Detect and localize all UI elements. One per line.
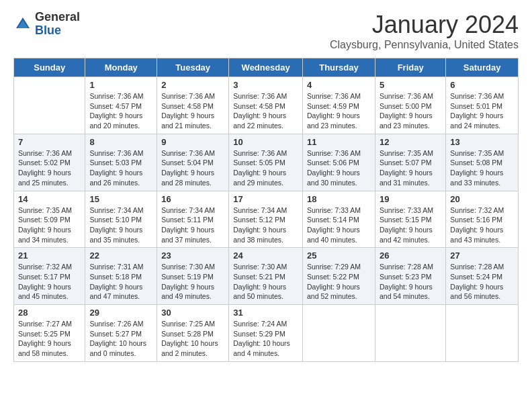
day-number: 11 xyxy=(307,137,371,147)
day-info: Sunrise: 7:35 AMSunset: 5:07 PMDaylight:… xyxy=(380,148,441,188)
calendar-cell: 18Sunrise: 7:33 AMSunset: 5:14 PMDayligh… xyxy=(303,191,375,248)
day-info: Sunrise: 7:30 AMSunset: 5:19 PMDaylight:… xyxy=(161,262,224,302)
calendar-cell: 16Sunrise: 7:34 AMSunset: 5:11 PMDayligh… xyxy=(157,191,229,248)
calendar-cell: 10Sunrise: 7:36 AMSunset: 5:05 PMDayligh… xyxy=(229,134,303,191)
days-header-row: SundayMondayTuesdayWednesdayThursdayFrid… xyxy=(14,58,519,77)
week-row-1: 1Sunrise: 7:36 AMSunset: 4:57 PMDaylight… xyxy=(14,77,519,134)
day-info: Sunrise: 7:34 AMSunset: 5:12 PMDaylight:… xyxy=(233,205,298,245)
calendar-cell xyxy=(14,77,85,134)
calendar-cell: 20Sunrise: 7:32 AMSunset: 5:16 PMDayligh… xyxy=(446,191,519,248)
day-info: Sunrise: 7:35 AMSunset: 5:08 PMDaylight:… xyxy=(450,148,514,188)
day-number: 22 xyxy=(89,250,152,261)
calendar-cell: 6Sunrise: 7:36 AMSunset: 5:01 PMDaylight… xyxy=(446,77,519,134)
day-number: 4 xyxy=(307,80,371,90)
day-info: Sunrise: 7:30 AMSunset: 5:21 PMDaylight:… xyxy=(233,262,298,302)
week-row-4: 21Sunrise: 7:32 AMSunset: 5:17 PMDayligh… xyxy=(14,248,519,305)
day-number: 14 xyxy=(18,194,81,204)
calendar-cell: 5Sunrise: 7:36 AMSunset: 5:00 PMDaylight… xyxy=(375,77,445,134)
day-info: Sunrise: 7:36 AMSunset: 5:05 PMDaylight:… xyxy=(233,148,298,188)
calendar-cell: 22Sunrise: 7:31 AMSunset: 5:18 PMDayligh… xyxy=(85,248,157,305)
logo: General Blue xyxy=(13,11,80,38)
day-number: 9 xyxy=(161,137,224,147)
day-info: Sunrise: 7:36 AMSunset: 4:58 PMDaylight:… xyxy=(161,91,224,131)
day-header-monday: Monday xyxy=(85,58,157,77)
day-number: 7 xyxy=(18,137,81,147)
day-number: 25 xyxy=(307,250,371,261)
day-info: Sunrise: 7:34 AMSunset: 5:11 PMDaylight:… xyxy=(161,205,224,245)
day-info: Sunrise: 7:28 AMSunset: 5:23 PMDaylight:… xyxy=(380,262,441,302)
calendar-cell: 26Sunrise: 7:28 AMSunset: 5:23 PMDayligh… xyxy=(375,248,445,305)
day-info: Sunrise: 7:32 AMSunset: 5:16 PMDaylight:… xyxy=(450,205,514,245)
day-info: Sunrise: 7:25 AMSunset: 5:28 PMDaylight:… xyxy=(161,319,224,359)
day-number: 20 xyxy=(450,194,514,204)
day-number: 10 xyxy=(233,137,298,147)
location-title: Claysburg, Pennsylvania, United States xyxy=(330,39,519,51)
calendar-cell: 12Sunrise: 7:35 AMSunset: 5:07 PMDayligh… xyxy=(375,134,445,191)
calendar-cell: 14Sunrise: 7:35 AMSunset: 5:09 PMDayligh… xyxy=(14,191,85,248)
logo-icon xyxy=(13,15,32,34)
calendar-cell: 2Sunrise: 7:36 AMSunset: 4:58 PMDaylight… xyxy=(157,77,229,134)
day-number: 15 xyxy=(89,194,152,204)
day-number: 31 xyxy=(233,308,298,318)
day-info: Sunrise: 7:35 AMSunset: 5:09 PMDaylight:… xyxy=(18,205,81,245)
day-info: Sunrise: 7:36 AMSunset: 4:59 PMDaylight:… xyxy=(307,91,371,131)
day-number: 8 xyxy=(89,137,152,147)
day-number: 5 xyxy=(380,80,441,90)
calendar-cell: 3Sunrise: 7:36 AMSunset: 4:58 PMDaylight… xyxy=(229,77,303,134)
day-info: Sunrise: 7:36 AMSunset: 5:02 PMDaylight:… xyxy=(18,148,81,188)
day-number: 23 xyxy=(161,250,224,261)
day-header-wednesday: Wednesday xyxy=(229,58,303,77)
calendar-cell: 28Sunrise: 7:27 AMSunset: 5:25 PMDayligh… xyxy=(14,305,85,362)
day-info: Sunrise: 7:36 AMSunset: 4:58 PMDaylight:… xyxy=(233,91,298,131)
logo-blue: Blue xyxy=(35,24,80,38)
calendar-cell: 25Sunrise: 7:29 AMSunset: 5:22 PMDayligh… xyxy=(303,248,375,305)
calendar-cell: 29Sunrise: 7:26 AMSunset: 5:27 PMDayligh… xyxy=(85,305,157,362)
day-number: 18 xyxy=(307,194,371,204)
day-header-thursday: Thursday xyxy=(303,58,375,77)
week-row-3: 14Sunrise: 7:35 AMSunset: 5:09 PMDayligh… xyxy=(14,191,519,248)
week-row-2: 7Sunrise: 7:36 AMSunset: 5:02 PMDaylight… xyxy=(14,134,519,191)
month-title: January 2024 xyxy=(330,11,519,39)
calendar-cell: 19Sunrise: 7:33 AMSunset: 5:15 PMDayligh… xyxy=(375,191,445,248)
day-number: 6 xyxy=(450,80,514,90)
day-number: 3 xyxy=(233,80,298,90)
day-info: Sunrise: 7:36 AMSunset: 5:06 PMDaylight:… xyxy=(307,148,371,188)
day-info: Sunrise: 7:28 AMSunset: 5:24 PMDaylight:… xyxy=(450,262,514,302)
day-info: Sunrise: 7:36 AMSunset: 5:01 PMDaylight:… xyxy=(450,91,514,131)
header: General Blue January 2024 Claysburg, Pen… xyxy=(13,11,519,51)
day-number: 17 xyxy=(233,194,298,204)
calendar-cell: 24Sunrise: 7:30 AMSunset: 5:21 PMDayligh… xyxy=(229,248,303,305)
calendar-cell: 9Sunrise: 7:36 AMSunset: 5:04 PMDaylight… xyxy=(157,134,229,191)
day-number: 30 xyxy=(161,308,224,318)
calendar-cell: 21Sunrise: 7:32 AMSunset: 5:17 PMDayligh… xyxy=(14,248,85,305)
day-number: 1 xyxy=(89,80,152,90)
calendar-cell: 23Sunrise: 7:30 AMSunset: 5:19 PMDayligh… xyxy=(157,248,229,305)
day-info: Sunrise: 7:36 AMSunset: 4:57 PMDaylight:… xyxy=(89,91,152,131)
day-number: 19 xyxy=(380,194,441,204)
calendar-cell xyxy=(375,305,445,362)
day-number: 13 xyxy=(450,137,514,147)
day-header-sunday: Sunday xyxy=(14,58,85,77)
day-number: 24 xyxy=(233,250,298,261)
day-number: 28 xyxy=(18,308,81,318)
day-number: 21 xyxy=(18,250,81,261)
calendar-cell: 15Sunrise: 7:34 AMSunset: 5:10 PMDayligh… xyxy=(85,191,157,248)
day-number: 27 xyxy=(450,250,514,261)
day-info: Sunrise: 7:32 AMSunset: 5:17 PMDaylight:… xyxy=(18,262,81,302)
calendar-cell xyxy=(303,305,375,362)
day-number: 12 xyxy=(380,137,441,147)
day-info: Sunrise: 7:36 AMSunset: 5:03 PMDaylight:… xyxy=(89,148,152,188)
logo-general: General xyxy=(35,11,80,24)
calendar-cell: 30Sunrise: 7:25 AMSunset: 5:28 PMDayligh… xyxy=(157,305,229,362)
day-info: Sunrise: 7:34 AMSunset: 5:10 PMDaylight:… xyxy=(89,205,152,245)
day-header-friday: Friday xyxy=(375,58,445,77)
calendar-cell: 13Sunrise: 7:35 AMSunset: 5:08 PMDayligh… xyxy=(446,134,519,191)
calendar-cell: 17Sunrise: 7:34 AMSunset: 5:12 PMDayligh… xyxy=(229,191,303,248)
calendar-cell: 8Sunrise: 7:36 AMSunset: 5:03 PMDaylight… xyxy=(85,134,157,191)
day-info: Sunrise: 7:27 AMSunset: 5:25 PMDaylight:… xyxy=(18,319,81,359)
day-info: Sunrise: 7:36 AMSunset: 5:00 PMDaylight:… xyxy=(380,91,441,131)
calendar-cell: 11Sunrise: 7:36 AMSunset: 5:06 PMDayligh… xyxy=(303,134,375,191)
calendar-cell: 7Sunrise: 7:36 AMSunset: 5:02 PMDaylight… xyxy=(14,134,85,191)
day-number: 26 xyxy=(380,250,441,261)
day-info: Sunrise: 7:33 AMSunset: 5:14 PMDaylight:… xyxy=(307,205,371,245)
